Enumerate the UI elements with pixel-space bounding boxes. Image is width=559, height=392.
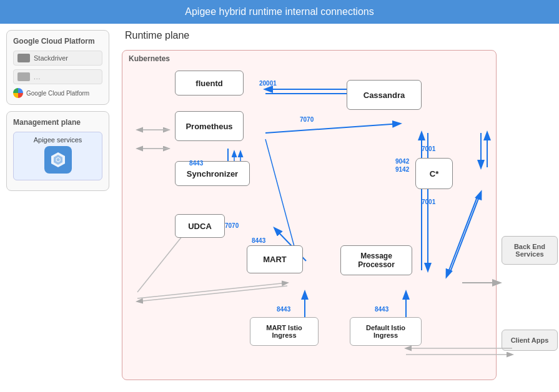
runtime-label: Runtime plane — [125, 30, 553, 41]
port-7001-1: 7001 — [422, 145, 435, 152]
management-plane-box: Management plane Apigee services ⬡ — [6, 111, 109, 191]
port-8443-4: 8443 — [375, 306, 388, 313]
port-8443-3: 8443 — [277, 306, 290, 313]
gcp-box: Google Cloud Platform Stackdriver ... Go… — [6, 30, 109, 105]
default-istio-node: Default Istio Ingress — [350, 317, 422, 346]
port-8443-1: 8443 — [189, 160, 203, 167]
port-9042: 9042 — [395, 158, 409, 165]
stackdriver-item: Stackdriver — [13, 51, 102, 66]
dots-item: ... — [13, 69, 102, 84]
stackdriver-icon — [17, 54, 30, 62]
client-apps-box: Client Apps — [502, 330, 558, 351]
client-apps-label: Client Apps — [511, 336, 549, 344]
mart-node: MART — [247, 245, 303, 273]
cstar-node: C* — [415, 158, 453, 189]
mart-istio-node: MART Istio Ingress — [250, 317, 319, 346]
management-plane-title: Management plane — [13, 118, 102, 127]
left-panel: Google Cloud Platform Stackdriver ... Go… — [0, 24, 116, 390]
prometheus-node: Prometheus — [175, 111, 244, 141]
port-20001: 20001 — [259, 80, 277, 87]
cassandra-node: Cassandra — [347, 80, 422, 110]
runtime-plane: Runtime plane Kubernetes — [116, 24, 559, 390]
port-8443-2: 8443 — [252, 237, 265, 244]
gcp-title: Google Cloud Platform — [13, 37, 102, 46]
kubernetes-label: Kubernetes — [122, 51, 496, 67]
message-processor-node: Message Processor — [340, 245, 412, 275]
apigee-services-box: Apigee services ⬡ — [13, 132, 102, 180]
stackdriver-label: Stackdriver — [34, 54, 68, 62]
gcp-circle-icon — [13, 88, 23, 98]
udca-node: UDCA — [175, 214, 225, 238]
fluentd-node: fluentd — [175, 71, 244, 96]
synchronizer-node: Synchronizer — [175, 161, 250, 186]
page-title: Apigee hybrid runtime internal connectio… — [0, 0, 559, 24]
gcp-logo-row: Google Cloud Platform — [13, 88, 102, 98]
port-7070-2: 7070 — [225, 222, 239, 229]
back-end-services-box: Back End Services — [502, 236, 558, 265]
gcp-logo-text: Google Cloud Platform — [26, 90, 89, 97]
port-9142: 9142 — [395, 166, 409, 173]
dots-icon — [17, 72, 30, 81]
port-7001-2: 7001 — [422, 198, 435, 205]
port-7070-1: 7070 — [300, 116, 314, 123]
back-end-label: Back End Services — [514, 243, 545, 258]
apigee-hex-icon: ⬡ — [44, 146, 72, 174]
svg-text:⬡: ⬡ — [56, 157, 61, 163]
dots-label: ... — [34, 74, 41, 81]
apigee-services-label: Apigee services — [34, 136, 82, 144]
